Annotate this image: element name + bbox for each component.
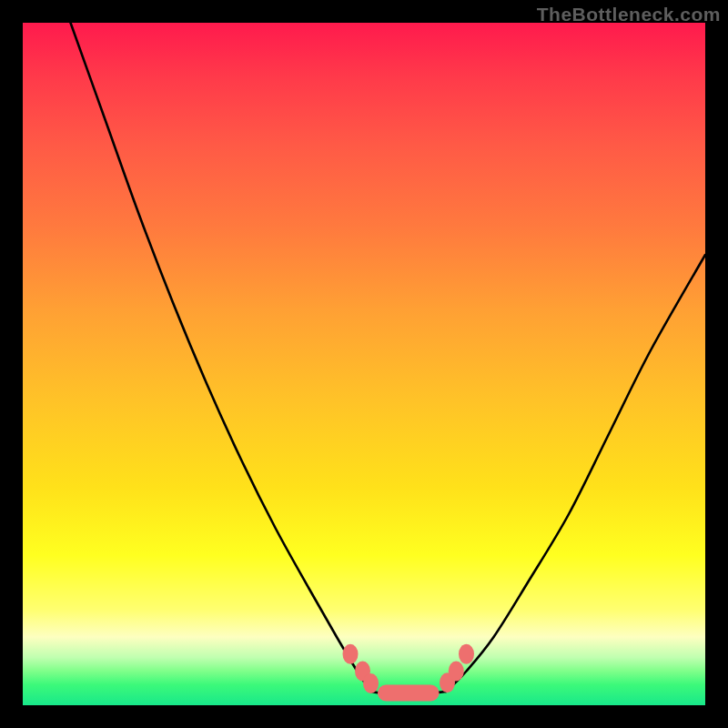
marker-floor-pill [378, 685, 440, 702]
curve-svg [23, 23, 705, 705]
marker-left-dot-2 [363, 673, 379, 693]
right-curve [446, 255, 705, 692]
watermark-text: TheBottleneck.com [537, 4, 721, 25]
marker-right-dot-1 [449, 662, 464, 682]
marker-left-dot-0 [343, 644, 359, 664]
left-curve [71, 23, 371, 692]
marker-right-dot-2 [459, 644, 474, 664]
plot-area [23, 23, 705, 705]
valley-markers [343, 644, 475, 702]
chart-frame: TheBottleneck.com [0, 0, 728, 728]
curve-group [71, 23, 706, 694]
